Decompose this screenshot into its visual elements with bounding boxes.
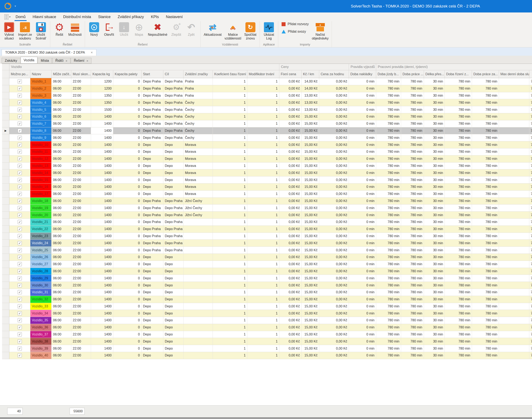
cell-modif[interactable]: 1 — [247, 183, 279, 191]
cell-cut[interactable]: 78 — [529, 331, 532, 338]
cell-check[interactable]: ✓ — [9, 219, 30, 226]
cell-palety[interactable]: 0 — [113, 106, 142, 113]
cell-skon[interactable]: 22:00 — [71, 85, 91, 92]
app-logo-icon[interactable] — [5, 3, 11, 9]
cell-rizeni[interactable]: 780 min — [445, 345, 472, 352]
ribbon-tab-zvlastni-prikazy[interactable]: Zvláštní příkazy — [114, 13, 147, 21]
cell-zacit[interactable]: 06:00 — [52, 233, 71, 240]
cell-cil[interactable]: Depo — [163, 303, 183, 310]
cell-cil[interactable]: Depo Praha — [163, 247, 183, 254]
cell-hod[interactable]: 0,00 Kč — [319, 345, 349, 352]
cell-kg[interactable]: 1500 — [91, 106, 113, 113]
cell-cil[interactable]: Depo — [163, 141, 183, 148]
cell-cut[interactable]: 78 — [529, 176, 532, 183]
cell-praceza[interactable]: 780 min — [472, 163, 499, 170]
cell-cut[interactable]: 78 — [529, 141, 532, 148]
cell-modif[interactable]: 1 — [247, 247, 279, 254]
cell-zacit[interactable]: 06:00 — [52, 141, 71, 148]
cell-delka[interactable]: 30 min — [424, 127, 445, 134]
row-checkbox[interactable]: ✓ — [18, 171, 22, 175]
cell-hod[interactable]: 0,00 Kč — [319, 191, 349, 198]
cell-rizeni[interactable]: 780 min — [445, 106, 472, 113]
cell-check[interactable]: ✓ — [9, 268, 30, 275]
cell-zacit[interactable]: 06:00 — [52, 226, 71, 233]
cell-hod[interactable]: 0,00 Kč — [319, 331, 349, 338]
cell-praceza[interactable]: 780 min — [472, 296, 499, 303]
logo-dropdown-caret-icon[interactable]: ▾ — [14, 0, 16, 13]
cell-zacit[interactable]: 06:00 — [52, 163, 71, 170]
row-header[interactable] — [2, 240, 9, 247]
cell-check[interactable]: ✓ — [9, 317, 30, 324]
cell-jizdy[interactable]: 780 min — [376, 156, 401, 163]
cell-hod[interactable]: 0,00 Kč — [319, 352, 349, 359]
cell-koef[interactable]: 1 — [213, 254, 247, 261]
cell-znacky[interactable] — [183, 289, 213, 296]
cell-fixni[interactable]: 0,00 Kč — [279, 205, 301, 211]
cell-rizeni[interactable]: 780 min — [445, 233, 472, 240]
cell-modif[interactable]: 1 — [247, 261, 279, 268]
cell-jizdy[interactable]: 780 min — [376, 254, 401, 261]
cell-rizeni[interactable]: 780 min — [445, 247, 472, 254]
cell-skon[interactable]: 22:00 — [71, 296, 91, 303]
cell-km[interactable]: 15,00 Kč — [301, 268, 319, 275]
cell-skon[interactable]: 22:00 — [71, 78, 91, 85]
cell-nak[interactable]: 0 min — [349, 219, 376, 226]
cell-jizdy[interactable]: 780 min — [376, 85, 401, 92]
cell-praceza[interactable]: 780 min — [472, 78, 499, 85]
cell-znacky[interactable]: Čechy — [183, 127, 213, 134]
cell-palety[interactable]: 0 — [113, 310, 142, 317]
vehicle-name-cell[interactable]: Vozidlo_3 — [30, 92, 52, 99]
cell-modif[interactable]: 1 — [247, 233, 279, 240]
cell-jizdy[interactable]: 780 min — [376, 247, 401, 254]
cell-delka[interactable]: 30 min — [424, 113, 445, 120]
cell-fixni[interactable]: 0,00 Kč — [279, 219, 301, 226]
ribbon-tab-domu[interactable]: Domů — [12, 13, 29, 21]
cell-nak[interactable]: 0 min — [349, 141, 376, 148]
cell-skon[interactable]: 22:00 — [71, 163, 91, 170]
cell-cil[interactable]: Depo Praha — [163, 219, 183, 226]
cell-praceza[interactable]: 780 min — [472, 176, 499, 183]
cell-km[interactable]: 15,00 Kč — [301, 275, 319, 282]
cell-delka[interactable]: 30 min — [424, 148, 445, 156]
cell-max[interactable] — [499, 240, 529, 247]
cell-fixni[interactable]: 0,00 Kč — [279, 233, 301, 240]
vehicle-name-cell[interactable]: Vozidlo_23 — [30, 233, 52, 240]
cell-hod[interactable]: 0,00 Kč — [319, 92, 349, 99]
cell-start[interactable]: Depo — [142, 303, 163, 310]
cell-zacit[interactable]: 06:00 — [52, 156, 71, 163]
ribbon-tab-nastaveni[interactable]: Nastavení — [162, 13, 186, 21]
cell-prace[interactable]: 780 min — [401, 352, 424, 359]
cell-rizeni[interactable]: 780 min — [445, 191, 472, 198]
vehicle-name-cell[interactable]: Vozidlo_14 — [30, 169, 52, 176]
cell-skon[interactable]: 22:00 — [71, 275, 91, 282]
cell-cut[interactable]: 78 — [529, 324, 532, 331]
cell-palety[interactable]: 0 — [113, 85, 142, 92]
cell-hod[interactable]: 0,00 Kč — [319, 183, 349, 191]
cell-rizeni[interactable]: 780 min — [445, 163, 472, 170]
cell-check[interactable]: ✓ — [9, 352, 30, 359]
cell-zacit[interactable]: 06:00 — [52, 275, 71, 282]
cell-cil[interactable]: Depo — [163, 191, 183, 198]
cell-km[interactable]: 15,00 Kč — [301, 148, 319, 156]
cell-modif[interactable]: 1 — [247, 240, 279, 247]
cell-skon[interactable]: 22:00 — [71, 303, 91, 310]
cell-nak[interactable]: 0 min — [349, 352, 376, 359]
cell-km[interactable]: 15,00 Kč — [301, 219, 319, 226]
cell-praceza[interactable]: 780 min — [472, 282, 499, 289]
cell-cil[interactable]: Depo Praha — [163, 205, 183, 211]
row-header[interactable] — [2, 205, 9, 211]
cell-zacit[interactable]: 06:00 — [52, 120, 71, 127]
cell-praceza[interactable]: 780 min — [472, 113, 499, 120]
cell-nak[interactable]: 0 min — [349, 183, 376, 191]
cell-zacit[interactable]: 06:00 — [52, 331, 71, 338]
cell-rizeni[interactable]: 780 min — [445, 85, 472, 92]
cell-max[interactable] — [499, 106, 529, 113]
cell-start[interactable]: Depo — [142, 338, 163, 345]
cell-start[interactable]: Depo Praha — [142, 99, 163, 106]
vehicle-name-cell[interactable]: Vozidlo_12 — [30, 156, 52, 163]
column-header-rizeni[interactable]: Doba řízení z... — [445, 70, 472, 78]
cell-nak[interactable]: 0 min — [349, 275, 376, 282]
cell-max[interactable] — [499, 282, 529, 289]
cell-fixni[interactable]: 0,00 Kč — [279, 198, 301, 205]
row-checkbox[interactable]: ✓ — [18, 164, 22, 168]
